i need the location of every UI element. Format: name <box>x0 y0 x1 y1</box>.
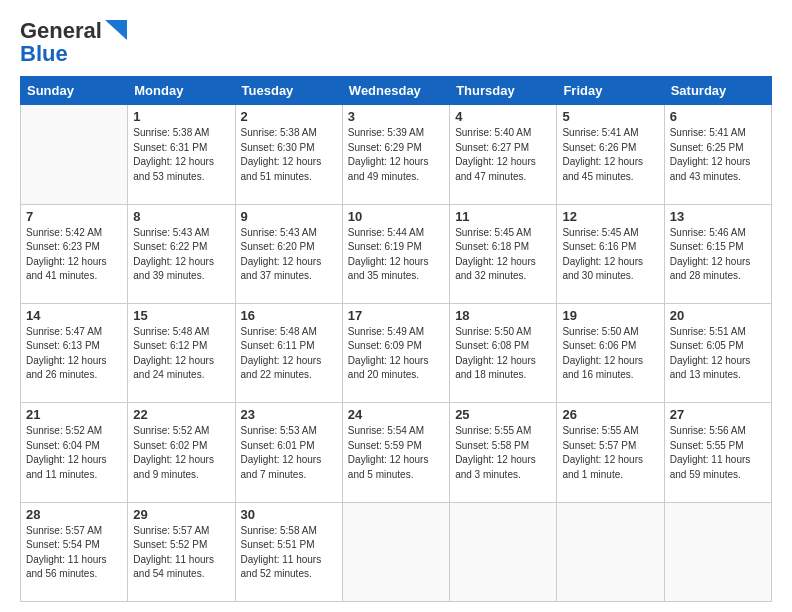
day-number: 22 <box>133 407 229 422</box>
col-header-wednesday: Wednesday <box>342 77 449 105</box>
calendar-cell: 14Sunrise: 5:47 AM Sunset: 6:13 PM Dayli… <box>21 303 128 402</box>
calendar-cell <box>342 502 449 601</box>
calendar-cell <box>21 105 128 204</box>
day-number: 3 <box>348 109 444 124</box>
day-info: Sunrise: 5:54 AM Sunset: 5:59 PM Dayligh… <box>348 424 444 482</box>
calendar-cell: 10Sunrise: 5:44 AM Sunset: 6:19 PM Dayli… <box>342 204 449 303</box>
calendar-cell: 2Sunrise: 5:38 AM Sunset: 6:30 PM Daylig… <box>235 105 342 204</box>
day-number: 25 <box>455 407 551 422</box>
day-number: 13 <box>670 209 766 224</box>
calendar-cell: 28Sunrise: 5:57 AM Sunset: 5:54 PM Dayli… <box>21 502 128 601</box>
day-number: 23 <box>241 407 337 422</box>
calendar-cell: 19Sunrise: 5:50 AM Sunset: 6:06 PM Dayli… <box>557 303 664 402</box>
calendar-cell: 16Sunrise: 5:48 AM Sunset: 6:11 PM Dayli… <box>235 303 342 402</box>
day-info: Sunrise: 5:42 AM Sunset: 6:23 PM Dayligh… <box>26 226 122 284</box>
day-number: 15 <box>133 308 229 323</box>
calendar-cell: 7Sunrise: 5:42 AM Sunset: 6:23 PM Daylig… <box>21 204 128 303</box>
day-number: 28 <box>26 507 122 522</box>
calendar-cell: 9Sunrise: 5:43 AM Sunset: 6:20 PM Daylig… <box>235 204 342 303</box>
day-info: Sunrise: 5:50 AM Sunset: 6:06 PM Dayligh… <box>562 325 658 383</box>
calendar-cell: 4Sunrise: 5:40 AM Sunset: 6:27 PM Daylig… <box>450 105 557 204</box>
day-info: Sunrise: 5:55 AM Sunset: 5:58 PM Dayligh… <box>455 424 551 482</box>
day-number: 30 <box>241 507 337 522</box>
calendar-cell: 22Sunrise: 5:52 AM Sunset: 6:02 PM Dayli… <box>128 403 235 502</box>
day-info: Sunrise: 5:48 AM Sunset: 6:11 PM Dayligh… <box>241 325 337 383</box>
day-info: Sunrise: 5:38 AM Sunset: 6:30 PM Dayligh… <box>241 126 337 184</box>
page: General Blue SundayMondayTuesdayWednesda… <box>0 0 792 612</box>
calendar-cell: 13Sunrise: 5:46 AM Sunset: 6:15 PM Dayli… <box>664 204 771 303</box>
logo-blue: Blue <box>20 42 68 66</box>
logo-general: General <box>20 18 102 43</box>
calendar-header-row: SundayMondayTuesdayWednesdayThursdayFrid… <box>21 77 772 105</box>
calendar-cell: 6Sunrise: 5:41 AM Sunset: 6:25 PM Daylig… <box>664 105 771 204</box>
calendar-cell: 3Sunrise: 5:39 AM Sunset: 6:29 PM Daylig… <box>342 105 449 204</box>
day-info: Sunrise: 5:38 AM Sunset: 6:31 PM Dayligh… <box>133 126 229 184</box>
calendar-cell: 12Sunrise: 5:45 AM Sunset: 6:16 PM Dayli… <box>557 204 664 303</box>
day-number: 29 <box>133 507 229 522</box>
day-info: Sunrise: 5:40 AM Sunset: 6:27 PM Dayligh… <box>455 126 551 184</box>
day-number: 27 <box>670 407 766 422</box>
header: General Blue <box>20 18 772 66</box>
day-info: Sunrise: 5:41 AM Sunset: 6:25 PM Dayligh… <box>670 126 766 184</box>
svg-marker-0 <box>105 20 127 40</box>
calendar-table: SundayMondayTuesdayWednesdayThursdayFrid… <box>20 76 772 602</box>
day-info: Sunrise: 5:47 AM Sunset: 6:13 PM Dayligh… <box>26 325 122 383</box>
logo: General Blue <box>20 18 127 66</box>
day-number: 4 <box>455 109 551 124</box>
calendar-cell: 20Sunrise: 5:51 AM Sunset: 6:05 PM Dayli… <box>664 303 771 402</box>
day-info: Sunrise: 5:46 AM Sunset: 6:15 PM Dayligh… <box>670 226 766 284</box>
day-info: Sunrise: 5:57 AM Sunset: 5:52 PM Dayligh… <box>133 524 229 582</box>
day-number: 8 <box>133 209 229 224</box>
col-header-saturday: Saturday <box>664 77 771 105</box>
calendar-cell: 5Sunrise: 5:41 AM Sunset: 6:26 PM Daylig… <box>557 105 664 204</box>
day-info: Sunrise: 5:53 AM Sunset: 6:01 PM Dayligh… <box>241 424 337 482</box>
day-number: 12 <box>562 209 658 224</box>
calendar-week-4: 21Sunrise: 5:52 AM Sunset: 6:04 PM Dayli… <box>21 403 772 502</box>
day-info: Sunrise: 5:45 AM Sunset: 6:16 PM Dayligh… <box>562 226 658 284</box>
col-header-thursday: Thursday <box>450 77 557 105</box>
day-number: 21 <box>26 407 122 422</box>
day-info: Sunrise: 5:50 AM Sunset: 6:08 PM Dayligh… <box>455 325 551 383</box>
day-number: 20 <box>670 308 766 323</box>
day-info: Sunrise: 5:45 AM Sunset: 6:18 PM Dayligh… <box>455 226 551 284</box>
calendar-cell: 1Sunrise: 5:38 AM Sunset: 6:31 PM Daylig… <box>128 105 235 204</box>
day-number: 19 <box>562 308 658 323</box>
day-number: 6 <box>670 109 766 124</box>
calendar-cell: 21Sunrise: 5:52 AM Sunset: 6:04 PM Dayli… <box>21 403 128 502</box>
calendar-week-5: 28Sunrise: 5:57 AM Sunset: 5:54 PM Dayli… <box>21 502 772 601</box>
day-info: Sunrise: 5:49 AM Sunset: 6:09 PM Dayligh… <box>348 325 444 383</box>
calendar-week-2: 7Sunrise: 5:42 AM Sunset: 6:23 PM Daylig… <box>21 204 772 303</box>
calendar-cell: 26Sunrise: 5:55 AM Sunset: 5:57 PM Dayli… <box>557 403 664 502</box>
col-header-friday: Friday <box>557 77 664 105</box>
day-number: 17 <box>348 308 444 323</box>
calendar-cell: 24Sunrise: 5:54 AM Sunset: 5:59 PM Dayli… <box>342 403 449 502</box>
day-info: Sunrise: 5:44 AM Sunset: 6:19 PM Dayligh… <box>348 226 444 284</box>
day-info: Sunrise: 5:41 AM Sunset: 6:26 PM Dayligh… <box>562 126 658 184</box>
day-number: 24 <box>348 407 444 422</box>
calendar-cell: 27Sunrise: 5:56 AM Sunset: 5:55 PM Dayli… <box>664 403 771 502</box>
day-info: Sunrise: 5:39 AM Sunset: 6:29 PM Dayligh… <box>348 126 444 184</box>
day-number: 10 <box>348 209 444 224</box>
calendar-cell: 15Sunrise: 5:48 AM Sunset: 6:12 PM Dayli… <box>128 303 235 402</box>
calendar-cell: 23Sunrise: 5:53 AM Sunset: 6:01 PM Dayli… <box>235 403 342 502</box>
col-header-monday: Monday <box>128 77 235 105</box>
day-number: 7 <box>26 209 122 224</box>
calendar-cell <box>664 502 771 601</box>
day-info: Sunrise: 5:55 AM Sunset: 5:57 PM Dayligh… <box>562 424 658 482</box>
day-number: 1 <box>133 109 229 124</box>
day-number: 26 <box>562 407 658 422</box>
day-info: Sunrise: 5:56 AM Sunset: 5:55 PM Dayligh… <box>670 424 766 482</box>
calendar-cell: 18Sunrise: 5:50 AM Sunset: 6:08 PM Dayli… <box>450 303 557 402</box>
day-info: Sunrise: 5:43 AM Sunset: 6:20 PM Dayligh… <box>241 226 337 284</box>
day-info: Sunrise: 5:51 AM Sunset: 6:05 PM Dayligh… <box>670 325 766 383</box>
day-info: Sunrise: 5:48 AM Sunset: 6:12 PM Dayligh… <box>133 325 229 383</box>
calendar-cell: 30Sunrise: 5:58 AM Sunset: 5:51 PM Dayli… <box>235 502 342 601</box>
day-info: Sunrise: 5:57 AM Sunset: 5:54 PM Dayligh… <box>26 524 122 582</box>
day-info: Sunrise: 5:52 AM Sunset: 6:04 PM Dayligh… <box>26 424 122 482</box>
day-info: Sunrise: 5:58 AM Sunset: 5:51 PM Dayligh… <box>241 524 337 582</box>
calendar-cell: 8Sunrise: 5:43 AM Sunset: 6:22 PM Daylig… <box>128 204 235 303</box>
calendar-week-3: 14Sunrise: 5:47 AM Sunset: 6:13 PM Dayli… <box>21 303 772 402</box>
calendar-week-1: 1Sunrise: 5:38 AM Sunset: 6:31 PM Daylig… <box>21 105 772 204</box>
calendar-cell <box>450 502 557 601</box>
calendar-cell: 29Sunrise: 5:57 AM Sunset: 5:52 PM Dayli… <box>128 502 235 601</box>
